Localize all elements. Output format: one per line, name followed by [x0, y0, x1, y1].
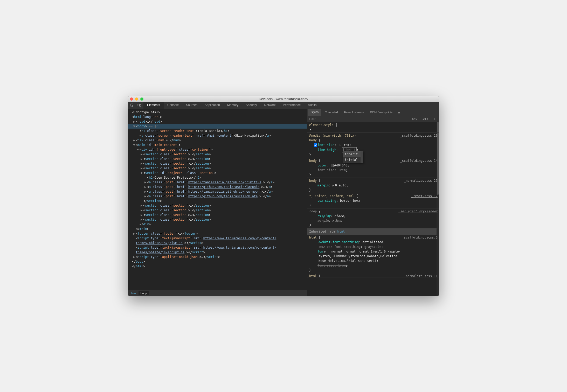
- more-icon[interactable]: ⋮: [429, 103, 439, 108]
- cls-toggle[interactable]: .cls: [419, 117, 431, 121]
- dom-line[interactable]: <h1 class="screen-reader-text">Tania Ras…: [128, 129, 307, 133]
- sidebar-tab-dom-breakpoints[interactable]: DOM Breakpoints: [368, 109, 395, 116]
- more-tabs-icon[interactable]: »: [396, 110, 402, 115]
- source-link[interactable]: _normalize.scss:23: [404, 178, 438, 183]
- expand-icon[interactable]: ▶: [141, 203, 143, 208]
- dom-line[interactable]: ▶<section class="section">…</section>: [128, 217, 307, 222]
- source-link[interactable]: user agent stylesheet: [398, 209, 438, 214]
- suggestion-option[interactable]: initial: [343, 157, 363, 163]
- css-rule[interactable]: element.style {}: [307, 122, 439, 133]
- dom-tree[interactable]: <!doctype html><html lang="en"> ▶<head>……: [128, 109, 307, 290]
- dom-line[interactable]: ▶<section class="section">…</section>: [128, 208, 307, 213]
- dom-line[interactable]: themes/oblate/js/prism.js"></script>: [128, 241, 307, 245]
- dom-line[interactable]: … ▼<body> == $0: [128, 124, 307, 129]
- breadcrumb-html[interactable]: html: [129, 291, 139, 295]
- styles-pane[interactable]: element.style {}@media (min-width: 700px…: [307, 122, 439, 296]
- dom-line[interactable]: </main>: [128, 227, 307, 231]
- minimize-icon[interactable]: [135, 97, 138, 101]
- dom-line[interactable]: <a class="screen-reader-text" href="#mai…: [128, 133, 307, 138]
- expand-shorthand-icon[interactable]: ▶: [333, 218, 335, 223]
- expand-shorthand-icon[interactable]: ▶: [329, 249, 331, 254]
- expand-icon[interactable]: ▶: [144, 194, 147, 199]
- expand-icon[interactable]: ▶: [141, 161, 143, 166]
- dom-line[interactable]: ▶<section class="section">…</section>: [128, 166, 307, 171]
- source-link[interactable]: normalize.scss:11: [406, 274, 438, 277]
- dom-line[interactable]: ▶<section class="section">…</section>: [128, 161, 307, 166]
- source-link[interactable]: _scaffolding.scss:14: [400, 158, 438, 163]
- dom-line[interactable]: <h2>Open Source Projects</h2>: [128, 175, 307, 180]
- expand-icon[interactable]: ▶: [141, 152, 143, 157]
- inspect-icon[interactable]: [130, 103, 134, 107]
- expand-icon[interactable]: ▶: [133, 138, 136, 143]
- expand-icon[interactable]: ▶: [141, 157, 143, 161]
- expand-icon[interactable]: ▶: [144, 180, 147, 185]
- css-rule[interactable]: *, :after, :before, html {box-sizing: bo…: [307, 193, 439, 208]
- dom-line[interactable]: </div>: [128, 222, 307, 227]
- dom-line[interactable]: ▶<nav class="nav">…</nav>: [128, 138, 307, 143]
- dom-line[interactable]: ▼<section id="projects" class="section">: [128, 171, 307, 175]
- expand-icon[interactable]: ▶: [141, 166, 143, 171]
- dom-line[interactable]: ▶<a class="post" href="https://github.co…: [128, 185, 307, 189]
- autocomplete-popup[interactable]: inheritinitial: [343, 151, 363, 163]
- expand-icon[interactable]: ▶: [133, 119, 136, 124]
- tab-console[interactable]: Console: [164, 102, 182, 109]
- tab-performance[interactable]: Performance: [279, 102, 305, 109]
- property-checkbox[interactable]: [314, 143, 317, 147]
- tab-audits[interactable]: Audits: [304, 102, 320, 109]
- sidebar-tab-computed[interactable]: Computed: [322, 109, 341, 116]
- dom-line[interactable]: ▶<section class="section">…</section>: [128, 213, 307, 217]
- dom-line[interactable]: <!doctype html>: [128, 110, 307, 115]
- css-rule[interactable]: body {color: #404040;font-size: 1rem;}_s…: [307, 158, 439, 178]
- expand-icon[interactable]: ▶: [144, 189, 147, 194]
- dom-line[interactable]: ▶<a class="post" href="https://taniarasc…: [128, 180, 307, 185]
- device-icon[interactable]: [137, 103, 141, 107]
- tab-elements[interactable]: Elements: [143, 102, 164, 109]
- tab-memory[interactable]: Memory: [224, 102, 242, 109]
- color-swatch-icon[interactable]: [331, 164, 334, 167]
- css-rule[interactable]: html {-webkit-font-smoothing: antialiase…: [307, 235, 439, 273]
- dom-line[interactable]: ▼<main id="main-content">: [128, 143, 307, 147]
- dom-line[interactable]: <html lang="en">: [128, 115, 307, 119]
- dom-line[interactable]: ▶<footer class="footer">…</footer>: [128, 231, 307, 236]
- sidebar-tab-event-listeners[interactable]: Event Listeners: [342, 109, 367, 116]
- tab-application[interactable]: Application: [201, 102, 224, 109]
- hov-toggle[interactable]: :hov: [408, 117, 419, 121]
- styles-filter-input[interactable]: [307, 117, 408, 121]
- close-icon[interactable]: [130, 97, 133, 101]
- dom-line[interactable]: ▶<section class="section">…</section>: [128, 152, 307, 157]
- dom-line[interactable]: ▶<script type="application/ld+json">…</s…: [128, 255, 307, 259]
- dom-line[interactable]: ▶<head>…</head>: [128, 119, 307, 124]
- expand-icon[interactable]: ▼: [133, 124, 136, 129]
- dom-line[interactable]: </body>: [128, 259, 307, 264]
- expand-icon[interactable]: ▶: [144, 185, 147, 189]
- breadcrumb-body[interactable]: body: [139, 291, 149, 295]
- suggest-scrollbar[interactable]: [361, 151, 363, 163]
- css-rule[interactable]: @media (min-width: 700px)body {font-size…: [307, 133, 439, 158]
- dom-line[interactable]: </html>: [128, 264, 307, 269]
- expand-icon[interactable]: ▶: [141, 208, 143, 213]
- suggestion-option[interactable]: inherit: [343, 151, 363, 157]
- dom-line[interactable]: themes/oblate/js/script.js"></script>: [128, 250, 307, 255]
- expand-icon[interactable]: ▼: [133, 143, 136, 147]
- dom-line[interactable]: ▶<a class="post" href="https://github.co…: [128, 194, 307, 199]
- dom-line[interactable]: ▶<section class="section">…</section>: [128, 203, 307, 208]
- tab-security[interactable]: Security: [242, 102, 260, 109]
- expand-icon[interactable]: ▶: [141, 217, 143, 222]
- expand-icon[interactable]: ▼: [137, 147, 140, 152]
- expand-icon[interactable]: ▶: [141, 213, 143, 217]
- source-link[interactable]: _scaffolding.scss:20: [400, 133, 438, 138]
- new-rule-icon[interactable]: ＋: [430, 117, 439, 121]
- source-link[interactable]: _scaffolding.scss:6: [402, 235, 438, 240]
- dom-line[interactable]: <script type="text/javascript" src="http…: [128, 236, 307, 241]
- expand-shorthand-icon[interactable]: ▶: [333, 183, 335, 188]
- dom-line[interactable]: ▶<section class="section">…</section>: [128, 157, 307, 161]
- dom-line[interactable]: ▶<a class="post" href="https://taniarasc…: [128, 189, 307, 194]
- dom-line[interactable]: </section>: [128, 199, 307, 203]
- sidebar-tab-styles[interactable]: Styles: [308, 109, 321, 116]
- dom-line[interactable]: <script type="text/javascript" src="http…: [128, 245, 307, 250]
- tab-network[interactable]: Network: [261, 102, 279, 109]
- expand-icon[interactable]: ▼: [141, 171, 143, 175]
- css-rule[interactable]: body {margin: ▶0 auto;}_normalize.scss:2…: [307, 178, 439, 193]
- expand-icon[interactable]: ▶: [133, 231, 136, 236]
- css-rule[interactable]: body {display: block;margin: ▶8px;}user …: [307, 208, 439, 228]
